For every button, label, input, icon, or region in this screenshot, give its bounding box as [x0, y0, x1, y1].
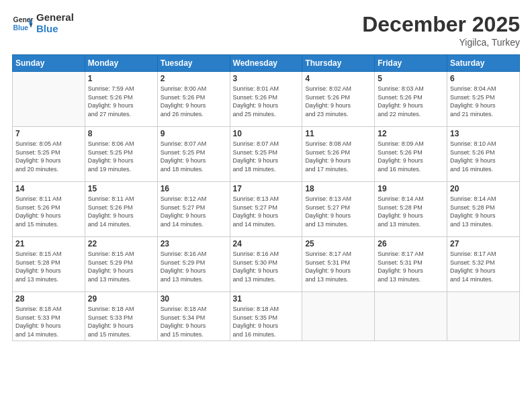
day-number: 8 — [88, 129, 154, 138]
day-number: 15 — [88, 184, 154, 193]
day-cell: 10Sunrise: 8:07 AMSunset: 5:25 PMDayligh… — [230, 127, 302, 182]
day-header-wednesday: Wednesday — [230, 55, 302, 72]
month-title: December 2025 — [362, 12, 520, 37]
day-number: 11 — [305, 129, 371, 138]
day-number: 29 — [88, 294, 154, 304]
day-cell: 17Sunrise: 8:13 AMSunset: 5:27 PMDayligh… — [230, 182, 302, 237]
day-info: Sunrise: 8:15 AMSunset: 5:29 PMDaylight:… — [88, 250, 154, 283]
day-header-thursday: Thursday — [302, 55, 375, 72]
day-number: 3 — [233, 74, 300, 83]
day-cell: 23Sunrise: 8:16 AMSunset: 5:29 PMDayligh… — [157, 237, 230, 292]
day-cell — [13, 72, 85, 127]
week-row-2: 14Sunrise: 8:11 AMSunset: 5:26 PMDayligh… — [13, 182, 520, 237]
day-number: 5 — [378, 74, 444, 83]
day-header-sunday: Sunday — [13, 55, 85, 72]
day-info: Sunrise: 8:08 AMSunset: 5:26 PMDaylight:… — [305, 140, 371, 173]
day-number: 28 — [15, 294, 82, 304]
day-number: 1 — [88, 74, 154, 83]
day-info: Sunrise: 8:09 AMSunset: 5:26 PMDaylight:… — [378, 140, 444, 173]
day-info: Sunrise: 8:18 AMSunset: 5:34 PMDaylight:… — [161, 305, 227, 338]
day-info: Sunrise: 8:11 AMSunset: 5:26 PMDaylight:… — [15, 195, 82, 228]
day-cell: 6Sunrise: 8:04 AMSunset: 5:25 PMDaylight… — [447, 72, 520, 127]
day-cell: 2Sunrise: 8:00 AMSunset: 5:26 PMDaylight… — [157, 72, 230, 127]
day-info: Sunrise: 8:00 AMSunset: 5:26 PMDaylight:… — [161, 85, 227, 118]
day-number: 27 — [450, 239, 517, 248]
day-cell — [302, 292, 375, 341]
day-number: 24 — [233, 239, 300, 248]
day-info: Sunrise: 8:18 AMSunset: 5:33 PMDaylight:… — [88, 305, 154, 338]
day-info: Sunrise: 8:04 AMSunset: 5:25 PMDaylight:… — [450, 85, 517, 118]
day-info: Sunrise: 8:15 AMSunset: 5:28 PMDaylight:… — [15, 250, 82, 283]
day-cell: 16Sunrise: 8:12 AMSunset: 5:27 PMDayligh… — [157, 182, 230, 237]
title-block: December 2025 Yigilca, Turkey — [362, 12, 520, 48]
day-number: 6 — [450, 74, 517, 83]
day-cell: 1Sunrise: 7:59 AMSunset: 5:26 PMDaylight… — [85, 72, 157, 127]
day-info: Sunrise: 8:17 AMSunset: 5:31 PMDaylight:… — [305, 250, 371, 283]
day-number: 16 — [161, 184, 227, 193]
day-number: 18 — [305, 184, 371, 193]
day-number: 14 — [15, 184, 82, 193]
day-info: Sunrise: 8:17 AMSunset: 5:32 PMDaylight:… — [450, 250, 517, 283]
day-info: Sunrise: 8:12 AMSunset: 5:27 PMDaylight:… — [161, 195, 227, 228]
day-number: 12 — [378, 129, 444, 138]
day-cell: 3Sunrise: 8:01 AMSunset: 5:26 PMDaylight… — [230, 72, 302, 127]
day-info: Sunrise: 8:07 AMSunset: 5:25 PMDaylight:… — [161, 140, 227, 173]
day-cell: 7Sunrise: 8:05 AMSunset: 5:25 PMDaylight… — [13, 127, 85, 182]
day-number: 31 — [233, 294, 300, 304]
day-cell: 4Sunrise: 8:02 AMSunset: 5:26 PMDaylight… — [302, 72, 375, 127]
day-info: Sunrise: 8:13 AMSunset: 5:27 PMDaylight:… — [305, 195, 371, 228]
day-cell: 25Sunrise: 8:17 AMSunset: 5:31 PMDayligh… — [302, 237, 375, 292]
day-cell: 15Sunrise: 8:11 AMSunset: 5:26 PMDayligh… — [85, 182, 157, 237]
header: General Blue General Blue December 2025 … — [12, 12, 520, 48]
day-cell: 20Sunrise: 8:14 AMSunset: 5:28 PMDayligh… — [447, 182, 520, 237]
day-cell: 24Sunrise: 8:16 AMSunset: 5:30 PMDayligh… — [230, 237, 302, 292]
day-cell: 11Sunrise: 8:08 AMSunset: 5:26 PMDayligh… — [302, 127, 375, 182]
day-info: Sunrise: 8:16 AMSunset: 5:29 PMDaylight:… — [161, 250, 227, 283]
day-number: 17 — [233, 184, 300, 193]
day-header-tuesday: Tuesday — [157, 55, 230, 72]
day-info: Sunrise: 7:59 AMSunset: 5:26 PMDaylight:… — [88, 85, 154, 118]
day-info: Sunrise: 8:11 AMSunset: 5:26 PMDaylight:… — [88, 195, 154, 228]
day-number: 2 — [161, 74, 227, 83]
day-number: 25 — [305, 239, 371, 248]
day-info: Sunrise: 8:07 AMSunset: 5:25 PMDaylight:… — [233, 140, 300, 173]
day-cell: 21Sunrise: 8:15 AMSunset: 5:28 PMDayligh… — [13, 237, 85, 292]
day-cell: 8Sunrise: 8:06 AMSunset: 5:25 PMDaylight… — [85, 127, 157, 182]
day-number: 13 — [450, 129, 517, 138]
day-number: 22 — [88, 239, 154, 248]
day-info: Sunrise: 8:02 AMSunset: 5:26 PMDaylight:… — [305, 85, 371, 118]
day-header-monday: Monday — [85, 55, 157, 72]
page: General Blue General Blue December 2025 … — [0, 0, 532, 411]
day-header-saturday: Saturday — [447, 55, 520, 72]
logo-line1: General — [36, 12, 74, 24]
day-number: 30 — [161, 294, 227, 304]
week-row-4: 28Sunrise: 8:18 AMSunset: 5:33 PMDayligh… — [13, 292, 520, 341]
logo-icon: General Blue — [12, 13, 34, 34]
day-cell: 12Sunrise: 8:09 AMSunset: 5:26 PMDayligh… — [375, 127, 447, 182]
week-row-1: 7Sunrise: 8:05 AMSunset: 5:25 PMDaylight… — [13, 127, 520, 182]
day-cell: 29Sunrise: 8:18 AMSunset: 5:33 PMDayligh… — [85, 292, 157, 341]
day-number: 7 — [15, 129, 82, 138]
day-info: Sunrise: 8:17 AMSunset: 5:31 PMDaylight:… — [378, 250, 444, 283]
svg-marker-3 — [30, 24, 33, 28]
day-cell: 30Sunrise: 8:18 AMSunset: 5:34 PMDayligh… — [157, 292, 230, 341]
day-info: Sunrise: 8:03 AMSunset: 5:26 PMDaylight:… — [378, 85, 444, 118]
day-info: Sunrise: 8:14 AMSunset: 5:28 PMDaylight:… — [450, 195, 517, 228]
calendar-body: 1Sunrise: 7:59 AMSunset: 5:26 PMDaylight… — [13, 72, 520, 341]
day-cell — [447, 292, 520, 341]
day-info: Sunrise: 8:05 AMSunset: 5:25 PMDaylight:… — [15, 140, 82, 173]
day-header-friday: Friday — [375, 55, 447, 72]
day-number: 4 — [305, 74, 371, 83]
day-info: Sunrise: 8:18 AMSunset: 5:35 PMDaylight:… — [233, 305, 300, 338]
day-cell: 19Sunrise: 8:14 AMSunset: 5:28 PMDayligh… — [375, 182, 447, 237]
day-cell: 13Sunrise: 8:10 AMSunset: 5:26 PMDayligh… — [447, 127, 520, 182]
day-cell: 14Sunrise: 8:11 AMSunset: 5:26 PMDayligh… — [13, 182, 85, 237]
day-info: Sunrise: 8:18 AMSunset: 5:33 PMDaylight:… — [15, 305, 82, 338]
day-info: Sunrise: 8:06 AMSunset: 5:25 PMDaylight:… — [88, 140, 154, 173]
day-cell — [375, 292, 447, 341]
day-cell: 31Sunrise: 8:18 AMSunset: 5:35 PMDayligh… — [230, 292, 302, 341]
day-info: Sunrise: 8:10 AMSunset: 5:26 PMDaylight:… — [450, 140, 517, 173]
location: Yigilca, Turkey — [362, 37, 520, 48]
day-info: Sunrise: 8:14 AMSunset: 5:28 PMDaylight:… — [378, 195, 444, 228]
day-number: 19 — [378, 184, 444, 193]
